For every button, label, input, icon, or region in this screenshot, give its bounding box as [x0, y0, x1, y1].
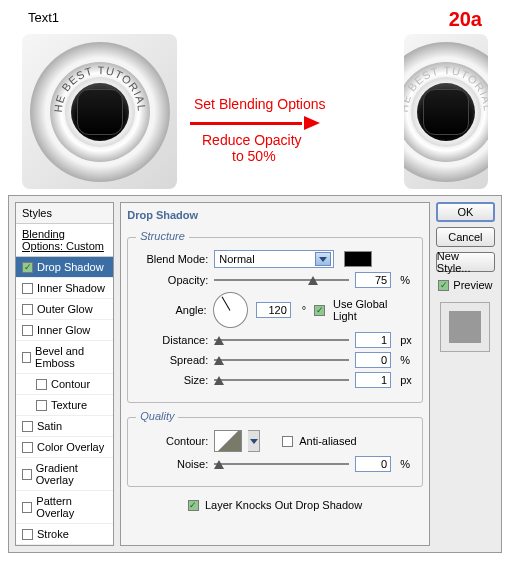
- style-checkbox[interactable]: [36, 379, 47, 390]
- annotation-3: to 50%: [232, 148, 276, 164]
- distance-input[interactable]: 1: [355, 332, 391, 348]
- style-checkbox[interactable]: [22, 304, 33, 315]
- settings-panel: Drop Shadow Structure Blend Mode: Normal…: [120, 202, 430, 546]
- sidebar-item-label: Bevel and Emboss: [35, 345, 107, 369]
- distance-label: Distance:: [138, 334, 208, 346]
- opacity-input[interactable]: 75: [355, 272, 391, 288]
- size-slider[interactable]: [214, 373, 349, 387]
- preview-checkbox[interactable]: [438, 280, 449, 291]
- style-checkbox[interactable]: [36, 400, 47, 411]
- step-number: 20a: [449, 8, 482, 31]
- spread-input[interactable]: 0: [355, 352, 391, 368]
- spread-slider[interactable]: [214, 353, 349, 367]
- sidebar-item-label: Drop Shadow: [37, 261, 104, 273]
- style-checkbox[interactable]: [22, 262, 33, 273]
- noise-input[interactable]: 0: [355, 456, 391, 472]
- contour-picker[interactable]: [214, 430, 242, 452]
- style-checkbox[interactable]: [22, 283, 33, 294]
- antialiased-label: Anti-aliased: [299, 435, 356, 447]
- sidebar-item-inner-shadow[interactable]: Inner Shadow: [16, 278, 113, 299]
- sidebar-item-drop-shadow[interactable]: Drop Shadow: [16, 257, 113, 278]
- blend-mode-select[interactable]: Normal: [214, 250, 334, 268]
- antialiased-checkbox[interactable]: [282, 436, 293, 447]
- preview-swatch: [440, 302, 490, 352]
- contour-label: Contour:: [138, 435, 208, 447]
- chevron-down-icon[interactable]: [248, 430, 260, 452]
- sidebar-item-label: Pattern Overlay: [36, 495, 107, 519]
- panel-title: Drop Shadow: [127, 209, 423, 221]
- annotation-1: Set Blending Options: [194, 96, 326, 112]
- chevron-down-icon[interactable]: [315, 252, 331, 266]
- preview-label: Preview: [453, 279, 492, 291]
- spread-label: Spread:: [138, 354, 208, 366]
- text-layer-label: Text1: [28, 10, 59, 25]
- style-checkbox[interactable]: [22, 442, 33, 453]
- shadow-color-swatch[interactable]: [344, 251, 372, 267]
- distance-slider[interactable]: [214, 333, 349, 347]
- structure-group: Structure Blend Mode: Normal Opacity: 75…: [127, 237, 423, 403]
- sidebar-item-label: Inner Glow: [37, 324, 90, 336]
- sidebar-item-label: Texture: [51, 399, 87, 411]
- angle-input[interactable]: 120: [256, 302, 291, 318]
- size-label: Size:: [138, 374, 208, 386]
- sidebar-item-inner-glow[interactable]: Inner Glow: [16, 320, 113, 341]
- new-style-button[interactable]: New Style...: [436, 252, 495, 272]
- layer-style-dialog: Styles Blending Options: Custom Drop Sha…: [8, 195, 502, 553]
- knockout-label: Layer Knocks Out Drop Shadow: [205, 499, 362, 511]
- annotation-2: Reduce Opacity: [202, 132, 302, 148]
- quality-group: Quality Contour: Anti-aliased Noise: 0 %: [127, 417, 423, 487]
- sidebar-item-texture[interactable]: Texture: [16, 395, 113, 416]
- noise-slider[interactable]: [214, 457, 349, 471]
- tutorial-header: Text1 20a THE BEST TUTORIALS Set Blendin…: [8, 8, 502, 187]
- sidebar-item-color-overlay[interactable]: Color Overlay: [16, 437, 113, 458]
- blend-mode-label: Blend Mode:: [138, 253, 208, 265]
- global-light-label: Use Global Light: [333, 298, 412, 322]
- opacity-slider[interactable]: [214, 273, 349, 287]
- opacity-label: Opacity:: [138, 274, 208, 286]
- sidebar-item-label: Color Overlay: [37, 441, 104, 453]
- global-light-checkbox[interactable]: [314, 305, 325, 316]
- style-checkbox[interactable]: [22, 529, 33, 540]
- style-checkbox[interactable]: [22, 325, 33, 336]
- sidebar-item-pattern-overlay[interactable]: Pattern Overlay: [16, 491, 113, 524]
- sidebar-item-satin[interactable]: Satin: [16, 416, 113, 437]
- cancel-button[interactable]: Cancel: [436, 227, 495, 247]
- sidebar-item-gradient-overlay[interactable]: Gradient Overlay: [16, 458, 113, 491]
- sidebar-item-label: Stroke: [37, 528, 69, 540]
- arrow-icon: [190, 116, 320, 130]
- sidebar-item-label: Contour: [51, 378, 90, 390]
- sidebar-item-stroke[interactable]: Stroke: [16, 524, 113, 545]
- sidebar-item-label: Outer Glow: [37, 303, 93, 315]
- style-checkbox[interactable]: [22, 502, 32, 513]
- sidebar-item-label: Satin: [37, 420, 62, 432]
- angle-dial[interactable]: [213, 292, 248, 328]
- knockout-checkbox[interactable]: [188, 500, 199, 511]
- styles-sidebar: Styles Blending Options: Custom Drop Sha…: [15, 202, 114, 546]
- sidebar-item-contour[interactable]: Contour: [16, 374, 113, 395]
- style-checkbox[interactable]: [22, 469, 32, 480]
- dialog-buttons: OK Cancel New Style... Preview: [436, 202, 495, 546]
- sidebar-header[interactable]: Styles: [16, 203, 113, 224]
- sidebar-item-bevel-and-emboss[interactable]: Bevel and Emboss: [16, 341, 113, 374]
- sidebar-item-outer-glow[interactable]: Outer Glow: [16, 299, 113, 320]
- noise-label: Noise:: [138, 458, 208, 470]
- lens-before: THE BEST TUTORIALS: [22, 34, 177, 189]
- style-checkbox[interactable]: [22, 421, 33, 432]
- style-checkbox[interactable]: [22, 352, 31, 363]
- size-input[interactable]: 1: [355, 372, 391, 388]
- sidebar-item-label: Inner Shadow: [37, 282, 105, 294]
- ok-button[interactable]: OK: [436, 202, 495, 222]
- lens-after: THE BEST TUTORIALS: [404, 34, 488, 189]
- blending-options-link[interactable]: Blending Options: Custom: [16, 224, 113, 257]
- sidebar-item-label: Gradient Overlay: [36, 462, 107, 486]
- angle-label: Angle:: [138, 304, 206, 316]
